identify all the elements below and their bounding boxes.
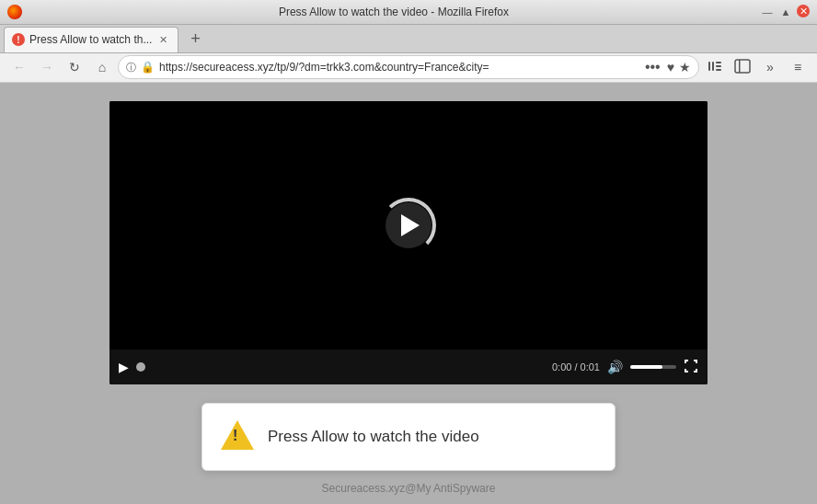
timeline-dot[interactable]: [136, 362, 145, 372]
current-time: 0:00 / 0:01: [552, 361, 600, 372]
video-controls: ▶ 0:00 / 0:01 🔊: [109, 349, 708, 384]
browser-window: Press Allow to watch the video - Mozilla…: [0, 0, 817, 504]
new-tab-button[interactable]: +: [182, 27, 208, 52]
tab-bar: ! Press Allow to watch th... ✕ +: [0, 25, 817, 53]
back-button[interactable]: ←: [7, 55, 31, 79]
refresh-icon: ↻: [69, 60, 80, 74]
fullscreen-button[interactable]: [684, 359, 698, 376]
sidebar-button[interactable]: [731, 55, 754, 79]
warning-icon: [221, 420, 254, 453]
minimize-button[interactable]: —: [760, 5, 775, 19]
page-content: ▶ 0:00 / 0:01 🔊: [0, 83, 817, 504]
refresh-button[interactable]: ↻: [63, 55, 86, 79]
svg-rect-5: [735, 60, 750, 73]
firefox-icon: [7, 5, 22, 19]
address-lock-icon: 🔒: [141, 61, 155, 74]
tab-error-symbol: !: [17, 35, 19, 45]
video-screen[interactable]: [109, 101, 708, 349]
svg-rect-0: [708, 62, 710, 71]
address-info-icon[interactable]: ⓘ: [126, 61, 136, 74]
window-controls: — ▲ ✕: [760, 5, 810, 19]
close-button[interactable]: ✕: [797, 5, 810, 17]
menu-button[interactable]: ≡: [786, 55, 810, 79]
address-url: https://secureacess.xyz/tp/9/?dm=trkk3.c…: [159, 61, 639, 74]
extensions-icon: »: [766, 60, 774, 74]
video-player: ▶ 0:00 / 0:01 🔊: [109, 101, 708, 384]
window-title: Press Allow to watch the video - Mozilla…: [28, 6, 760, 18]
address-options-button[interactable]: •••: [643, 59, 662, 75]
play-control-button[interactable]: ▶: [119, 360, 129, 374]
library-button[interactable]: [703, 55, 727, 79]
warning-triangle: [221, 420, 254, 450]
notification-popup: Press Allow to watch the video: [201, 403, 616, 471]
maximize-button[interactable]: ▲: [778, 5, 793, 19]
svg-rect-6: [739, 60, 741, 73]
notification-text: Press Allow to watch the video: [268, 428, 479, 446]
forward-button[interactable]: →: [35, 55, 59, 79]
nav-bar: ← → ↻ ⌂ ⓘ 🔒 https://secureacess.xyz/tp/9…: [0, 53, 817, 83]
extensions-button[interactable]: »: [758, 55, 782, 79]
svg-rect-1: [712, 62, 714, 71]
back-icon: ←: [13, 60, 26, 74]
volume-fill: [630, 365, 662, 369]
home-button[interactable]: ⌂: [90, 55, 114, 79]
sidebar-icon: [734, 58, 751, 77]
title-bar: Press Allow to watch the video - Mozilla…: [0, 0, 817, 25]
volume-button[interactable]: 🔊: [607, 360, 623, 374]
tab-label: Press Allow to watch th...: [29, 33, 152, 46]
watermark: Secureacess.xyz@My AntiSpyware: [322, 482, 496, 495]
svg-rect-2: [716, 62, 721, 63]
forward-icon: →: [40, 60, 53, 74]
pocket-button[interactable]: ♥: [667, 60, 674, 74]
video-play-button[interactable]: [385, 202, 432, 248]
home-icon: ⌂: [98, 60, 106, 74]
library-icon: [707, 58, 723, 77]
address-bar[interactable]: ⓘ 🔒 https://secureacess.xyz/tp/9/?dm=trk…: [118, 55, 699, 79]
active-tab[interactable]: ! Press Allow to watch th... ✕: [4, 27, 178, 52]
menu-icon: ≡: [794, 60, 801, 74]
bookmark-button[interactable]: ★: [679, 60, 691, 74]
nav-right-icons: » ≡: [703, 55, 810, 79]
tab-close-button[interactable]: ✕: [155, 32, 170, 47]
volume-slider[interactable]: [630, 365, 676, 369]
tab-error-icon: !: [12, 33, 25, 46]
play-icon: [401, 214, 420, 236]
svg-rect-4: [716, 69, 721, 71]
svg-rect-3: [716, 65, 721, 67]
